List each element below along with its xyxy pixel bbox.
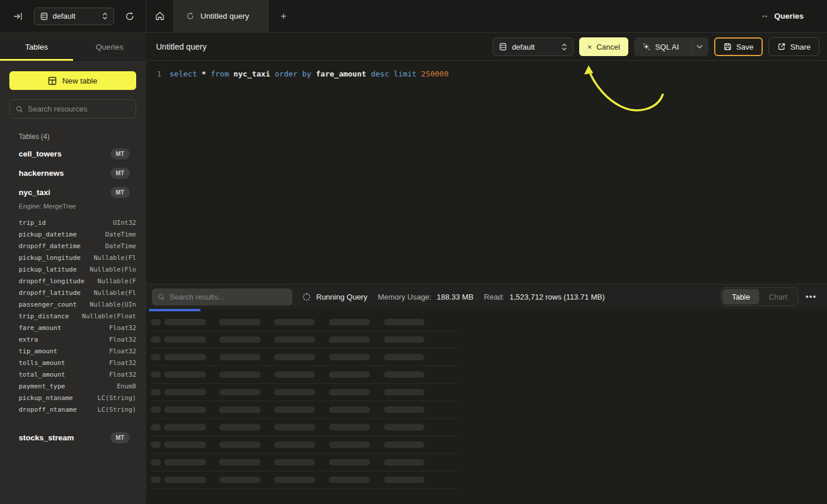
refresh-button[interactable] bbox=[122, 9, 137, 24]
column-name: trip_distance bbox=[19, 312, 69, 320]
schema-column-row[interactable]: pickup_datetimeDateTime bbox=[19, 228, 136, 240]
view-toggle-chart[interactable]: Chart bbox=[759, 289, 797, 304]
resource-search[interactable] bbox=[9, 99, 136, 119]
tables-section-header: Tables (4) bbox=[19, 133, 137, 141]
schema-column-row[interactable]: tolls_amountFloat32 bbox=[19, 357, 136, 369]
table-icon bbox=[48, 77, 57, 85]
collapse-sidebar-button[interactable] bbox=[11, 9, 26, 24]
skeleton-cell bbox=[329, 319, 370, 325]
table-item-nyc-taxi[interactable]: nyc_taxi MT bbox=[19, 183, 130, 202]
skeleton-cell bbox=[329, 442, 370, 448]
cancel-button[interactable]: × Cancel bbox=[579, 37, 628, 56]
schema-column-row[interactable]: dropoff_ntanameLC(String) bbox=[19, 404, 136, 415]
skeleton-row bbox=[151, 366, 458, 384]
column-type: DateTime bbox=[105, 231, 136, 238]
tab-label: Untitled query bbox=[200, 12, 249, 20]
schema-column-row[interactable]: trip_idUInt32 bbox=[19, 217, 136, 228]
skeleton-row bbox=[151, 384, 458, 401]
column-name: dropoff_ntaname bbox=[19, 406, 77, 413]
skeleton-cell bbox=[151, 354, 161, 360]
schema-column-row[interactable]: payment_typeEnum8 bbox=[19, 380, 136, 392]
schema-column-row[interactable]: dropoff_longitudeNullable(F bbox=[19, 275, 136, 287]
sql-ai-main[interactable]: SQL AI bbox=[635, 38, 687, 55]
query-actions: default × Cancel SQL AI Save bbox=[493, 37, 819, 56]
sql-editor[interactable]: 1 select * from nyc_taxi order by fare_a… bbox=[146, 61, 827, 284]
table-name: nyc_taxi bbox=[19, 188, 110, 197]
sidebar-tab-queries[interactable]: Queries bbox=[73, 33, 146, 60]
sidebar: Tables Queries New table Tables (4) cell… bbox=[0, 33, 146, 504]
skeleton-cell bbox=[274, 354, 315, 360]
view-toggle-table[interactable]: Table bbox=[722, 289, 759, 304]
engine-badge: MT bbox=[110, 187, 130, 198]
nyc-taxi-columns: trip_idUInt32pickup_datetimeDateTimedrop… bbox=[19, 217, 136, 415]
database-selector[interactable]: default bbox=[34, 8, 114, 25]
resource-search-input[interactable] bbox=[28, 105, 130, 113]
view-toggle-table-label: Table bbox=[732, 293, 750, 301]
share-button[interactable]: Share bbox=[769, 37, 819, 56]
column-name: tip_amount bbox=[19, 347, 57, 355]
table-item-hackernews[interactable]: hackernews MT bbox=[19, 164, 130, 183]
queries-link[interactable]: Queries bbox=[762, 0, 827, 32]
read-value: 1,523,712 rows (113.71 MB) bbox=[510, 293, 605, 301]
query-database-value: default bbox=[512, 43, 556, 51]
schema-column-row[interactable]: pickup_longitudeNullable(Fl bbox=[19, 252, 136, 263]
schema-column-row[interactable]: fare_amountFloat32 bbox=[19, 322, 136, 333]
home-button[interactable] bbox=[146, 0, 173, 32]
sql-ai-dropdown[interactable] bbox=[691, 38, 708, 55]
column-name: dropoff_longitude bbox=[19, 277, 85, 285]
top-bar-left: default bbox=[0, 0, 146, 32]
schema-column-row[interactable]: tip_amountFloat32 bbox=[19, 345, 136, 357]
column-name: pickup_ntaname bbox=[19, 394, 73, 402]
results-search-input[interactable] bbox=[169, 293, 286, 301]
sql-ai-button[interactable]: SQL AI bbox=[634, 37, 708, 56]
column-name: pickup_latitude bbox=[19, 266, 77, 273]
new-tab-button[interactable]: + bbox=[269, 0, 298, 32]
table-item-cell-towers[interactable]: cell_towers MT bbox=[19, 144, 130, 164]
skeleton-row bbox=[151, 314, 458, 331]
skeleton-cell bbox=[384, 406, 424, 413]
sidebar-tab-queries-label: Queries bbox=[96, 43, 123, 51]
skeleton-row bbox=[151, 419, 458, 436]
skeleton-cell bbox=[151, 459, 161, 465]
new-table-button[interactable]: New table bbox=[9, 71, 136, 90]
column-type: Enum8 bbox=[117, 383, 136, 390]
query-database-selector[interactable]: default bbox=[493, 37, 573, 56]
results-search[interactable] bbox=[152, 289, 292, 305]
column-type: Float32 bbox=[109, 324, 136, 332]
column-name: total_amount bbox=[19, 371, 65, 378]
skeleton-row bbox=[151, 401, 458, 419]
skeleton-cell bbox=[219, 319, 261, 325]
skeleton-cell bbox=[151, 371, 161, 378]
schema-column-row[interactable]: passenger_countNullable(UIn bbox=[19, 298, 136, 310]
skeleton-cell bbox=[219, 389, 261, 395]
skeleton-cell bbox=[164, 406, 206, 413]
more-options-button[interactable]: ••• bbox=[805, 294, 816, 300]
tab-untitled-query[interactable]: Untitled query bbox=[173, 0, 269, 32]
sync-icon bbox=[186, 12, 195, 20]
column-type: Float32 bbox=[109, 371, 136, 378]
sidebar-tab-tables[interactable]: Tables bbox=[0, 33, 73, 60]
table-item-stocks-stream[interactable]: stocks_stream MT bbox=[19, 428, 130, 447]
results-toolbar: Running Query Memory Usage: 188.33 MB Re… bbox=[146, 284, 827, 309]
schema-column-row[interactable]: pickup_ntanameLC(String) bbox=[19, 392, 136, 404]
schema-column-row[interactable]: extraFloat32 bbox=[19, 333, 136, 345]
skeleton-cell bbox=[164, 389, 206, 395]
schema-column-row[interactable]: dropoff_datetimeDateTime bbox=[19, 240, 136, 252]
column-name: dropoff_latitude bbox=[19, 289, 81, 297]
queries-icon bbox=[762, 15, 769, 18]
sidebar-tab-tables-label: Tables bbox=[25, 43, 48, 51]
column-name: extra bbox=[19, 336, 38, 343]
engine-badge: MT bbox=[110, 168, 130, 179]
results-table-area bbox=[146, 309, 827, 504]
schema-column-row[interactable]: dropoff_latitudeNullable(Fl bbox=[19, 287, 136, 298]
schema-column-row[interactable]: pickup_latitudeNullable(Flo bbox=[19, 263, 136, 275]
skeleton-cell bbox=[274, 389, 315, 395]
column-name: passenger_count bbox=[19, 301, 77, 308]
schema-column-row[interactable]: total_amountFloat32 bbox=[19, 369, 136, 380]
skeleton-cell bbox=[384, 442, 424, 448]
skeleton-cell bbox=[329, 371, 370, 378]
save-button[interactable]: Save bbox=[714, 37, 763, 56]
database-selector-value: default bbox=[53, 12, 98, 20]
schema-column-row[interactable]: trip_distanceNullable(Float bbox=[19, 310, 136, 322]
skeleton-cell bbox=[274, 459, 315, 465]
